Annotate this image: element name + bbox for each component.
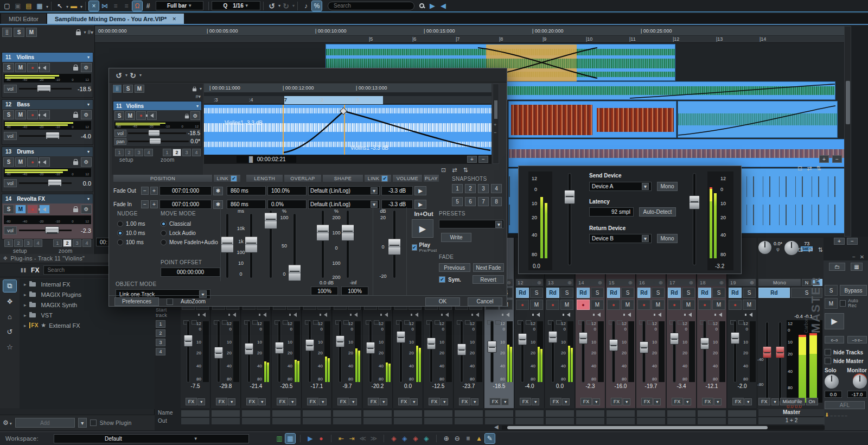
speaker-icon[interactable] (567, 313, 570, 317)
track-grid-icon[interactable]: ⣿ (2, 28, 12, 37)
fader-handle[interactable] (518, 333, 527, 345)
mute-all-button[interactable]: M (26, 28, 37, 37)
scroll-left-icon[interactable]: ◀ (494, 424, 499, 430)
mixer-hscrollbar[interactable]: ◀ (502, 425, 825, 430)
send-fader-right[interactable] (693, 174, 695, 265)
channel-number[interactable]: 13◎ (546, 279, 573, 286)
audio-object[interactable] (508, 139, 844, 167)
group-button-1[interactable]: 1 (115, 149, 124, 156)
lock-icon[interactable] (193, 88, 196, 92)
fx-caret[interactable]: ▾ (258, 398, 266, 405)
fx-button[interactable]: FX (398, 398, 410, 405)
mixtofile-button[interactable]: MixtoFile (780, 398, 805, 405)
fx-button[interactable]: FX (216, 398, 228, 405)
fader-handle[interactable] (670, 333, 679, 345)
speaker-icon[interactable] (628, 313, 631, 317)
solo-button[interactable]: S (652, 288, 665, 298)
fx-caret[interactable]: ▾ (714, 398, 722, 405)
cancel-button[interactable]: Cancel (468, 297, 502, 306)
hide-tracks-checkbox[interactable] (825, 349, 831, 355)
mini-record-button[interactable]: ● (136, 111, 146, 120)
speaker-icon[interactable] (537, 313, 540, 317)
master-pan-knob[interactable] (758, 241, 771, 254)
channel-fader[interactable] (582, 321, 584, 382)
factory-presets-icon[interactable]: ⌂ (3, 310, 16, 322)
mixer-swap-h-icon[interactable]: ⇄ (808, 246, 813, 253)
fader-handle[interactable] (579, 332, 588, 344)
group-button-2[interactable]: 2 (173, 149, 181, 156)
write-preset-button[interactable]: Write (441, 233, 471, 242)
lock-icon[interactable] (73, 208, 78, 212)
solo-button[interactable]: S (3, 157, 14, 167)
group-button-1[interactable]: 1 (163, 149, 171, 156)
channel-fader[interactable] (187, 321, 189, 382)
lock-icon[interactable] (73, 161, 78, 165)
fx-gear-icon[interactable]: ⚙ (81, 157, 92, 167)
fx-caret[interactable]: ▾ (197, 398, 205, 405)
autodetect-button[interactable]: Auto-Detect (639, 207, 676, 217)
speaker-icon[interactable] (719, 313, 722, 317)
plugins-view-icon[interactable]: ❖ (3, 295, 16, 307)
solo-button[interactable]: S (712, 288, 725, 298)
fx-caret[interactable]: ▾ (441, 398, 448, 405)
wave-zoom-in[interactable]: + (467, 156, 477, 163)
redo-button[interactable]: ↻ (281, 1, 291, 11)
return-mono-button[interactable]: Mono (657, 234, 678, 243)
mixer-play-button[interactable]: ▶ (825, 313, 844, 329)
solo-button[interactable]: S (530, 288, 543, 298)
target-icon[interactable]: ◎ (598, 280, 602, 285)
ok-button[interactable]: OK (425, 297, 460, 306)
fader-handle[interactable] (488, 341, 497, 353)
channel-fader[interactable] (673, 321, 675, 382)
swap-v-icon[interactable]: ⇅ (816, 165, 821, 172)
fader-handle[interactable] (366, 342, 375, 354)
chevron-right-icon[interactable]: ▸ (24, 292, 27, 297)
bypass-button[interactable]: Bypass (840, 285, 867, 296)
mute-button[interactable]: M (743, 300, 756, 310)
record-button[interactable]: ● (607, 300, 620, 310)
transport-console-icon[interactable]: ▶ (305, 434, 315, 443)
record-button[interactable]: ● (729, 300, 742, 310)
collapse-icon[interactable]: ▾ (87, 196, 90, 201)
read-automation-button[interactable]: Rd (516, 288, 529, 298)
vol-slider[interactable] (19, 230, 72, 231)
fx-caret[interactable]: ▾ (349, 398, 357, 405)
dialog-maximize-icon[interactable]: ⊡ (441, 167, 446, 174)
radio-classical[interactable]: Classical (161, 221, 218, 227)
maximize-icon[interactable]: ⊡ (797, 165, 802, 172)
mini-solo-all[interactable]: S (123, 85, 133, 93)
speaker-icon[interactable] (506, 313, 509, 317)
new-file-icon[interactable]: ▢ (2, 1, 12, 11)
dialog-redo-button[interactable]: ↻ (128, 71, 138, 80)
group-button-2[interactable]: 2 (14, 239, 23, 247)
increment-button[interactable]: + (150, 187, 158, 195)
fx-button[interactable]: FX (550, 398, 562, 405)
chevron-right-icon[interactable]: ▸ (24, 323, 27, 328)
phase-icon[interactable]: φ (776, 246, 780, 252)
send-device-select[interactable]: Device A▾ (589, 182, 652, 191)
fx-button[interactable]: FX (672, 398, 684, 405)
vol-slider[interactable] (19, 182, 72, 184)
chevron-down-icon[interactable]: ▾ (371, 187, 378, 194)
mixer-toggle-icon[interactable]: ▦ (285, 434, 295, 443)
slider-handle[interactable] (388, 239, 401, 255)
speaker-icon[interactable] (324, 313, 327, 317)
save-setup-icon[interactable]: ▦ (851, 263, 863, 271)
fadein-gain-slider[interactable] (347, 211, 349, 278)
volume-field[interactable]: -3.3 dB (381, 200, 413, 209)
search-icon[interactable] (417, 1, 426, 11)
play-prepost-checkbox[interactable]: ✔ (412, 244, 417, 251)
monitor-view-icon[interactable]: ⧉ (3, 280, 16, 292)
channel-fader[interactable] (552, 321, 554, 382)
fx-caret[interactable]: ▾ (319, 398, 327, 405)
collapse-icon[interactable]: ▾ (87, 149, 90, 154)
slider-handle[interactable] (245, 237, 258, 253)
show-plugin-checkbox[interactable] (90, 419, 97, 426)
fx-gear-icon[interactable]: ⚙ (81, 205, 92, 214)
monitor-button[interactable] (39, 63, 50, 72)
zoom-lines-icon[interactable]: ≡ (463, 434, 473, 443)
monitor-knob[interactable] (853, 374, 867, 389)
marker-left-icon[interactable]: ◈ (389, 434, 399, 443)
crossfade-curve-editor[interactable] (204, 105, 492, 155)
master-section-mute[interactable]: M (825, 298, 838, 309)
